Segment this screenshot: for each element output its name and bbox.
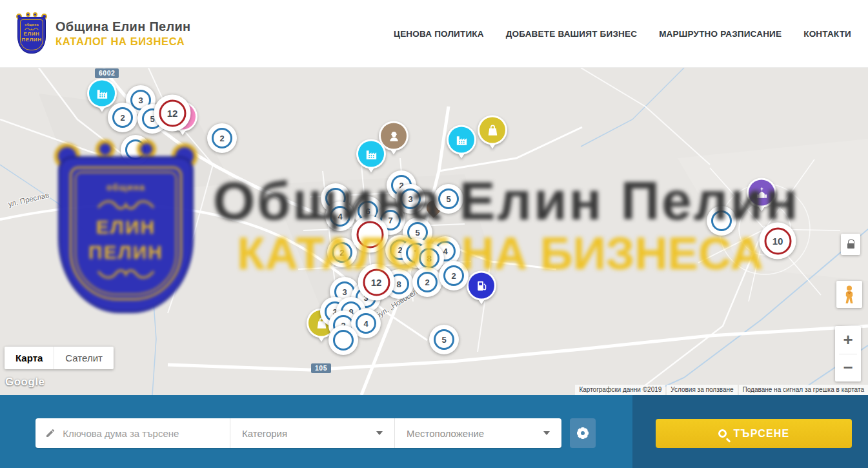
map-pin-fuel-icon[interactable]	[467, 271, 496, 310]
cluster-count: 3	[342, 287, 347, 297]
map-pin-bag-icon[interactable]	[478, 116, 507, 155]
cluster-ring: 5	[434, 329, 454, 350]
cluster-ring: 3	[400, 188, 421, 209]
zoom-in-button[interactable]: +	[835, 326, 861, 354]
lock-icon	[847, 243, 854, 249]
map-cluster-marker[interactable]: 2	[439, 261, 469, 290]
cluster-ring: 12	[159, 99, 186, 127]
cluster-ring: 5	[438, 188, 459, 209]
cluster-ring: 4	[330, 206, 350, 227]
location-dropdown[interactable]: Местоположение	[395, 418, 561, 448]
map-cluster-marker[interactable]	[707, 206, 736, 236]
cluster-ring	[711, 210, 732, 231]
category-dropdown[interactable]: Категория	[230, 418, 395, 448]
search-button-label: ТЪРСЕНЕ	[734, 428, 790, 440]
zoom-control: + −	[835, 326, 861, 382]
road-number-badge: 105	[311, 363, 331, 373]
search-fields: Категория Местоположение	[35, 418, 561, 448]
municipality-crest-icon: община ЕЛИН ПЕЛИН	[17, 14, 46, 54]
cluster-ring: 12	[363, 269, 390, 296]
search-icon	[718, 429, 727, 438]
site-title: Община Елин Пелин	[56, 19, 191, 34]
map-cluster-marker[interactable]	[328, 325, 358, 355]
category-dropdown-value: Категория	[242, 428, 287, 439]
site-logo[interactable]: община ЕЛИН ПЕЛИН Община Елин Пелин КАТА…	[17, 14, 191, 54]
zoom-out-button[interactable]: −	[835, 354, 861, 382]
cluster-ring: 4	[356, 313, 376, 334]
map-attribution: Картографски данни ©2019 Условия за полз…	[574, 385, 868, 395]
header: община ЕЛИН ПЕЛИН Община Елин Пелин КАТА…	[0, 0, 868, 68]
map-cluster-marker[interactable]: 2	[412, 267, 442, 297]
map-cluster-marker[interactable]: 5	[429, 325, 459, 354]
crest-name-line1: ЕЛИН	[24, 32, 40, 37]
attribution-report-link[interactable]: Подаване на сигнал за грешка в картата	[739, 385, 868, 395]
cluster-count: 4	[338, 212, 342, 221]
cluster-count: 5	[446, 194, 450, 204]
map-cluster-marker[interactable]: 2	[108, 103, 137, 132]
cluster-ring: 8	[419, 248, 439, 269]
map-pin-factory-icon[interactable]	[447, 125, 476, 165]
map-type-map-button[interactable]: Карта	[5, 347, 54, 369]
search-bar: Категория Местоположение ТЪРСЕНЕ	[0, 395, 868, 468]
map-cluster-marker[interactable]: 4	[325, 201, 355, 231]
cluster-count: 3	[138, 96, 143, 105]
cluster-count: 8	[396, 280, 401, 289]
google-logo[interactable]: Google	[5, 376, 45, 389]
streetview-lock-button[interactable]	[841, 234, 860, 255]
cluster-ring: 2	[112, 107, 133, 128]
map-pin-factory-icon[interactable]	[356, 139, 386, 179]
cluster-ring	[333, 330, 354, 351]
main-nav: ЦЕНОВА ПОЛИТИКА ДОБАВЕТЕ ВАШИЯТ БИЗНЕС М…	[394, 29, 851, 39]
cluster-count: 7	[388, 216, 392, 225]
map-type-control: Карта Сателит	[5, 347, 114, 369]
map-cluster-marker[interactable]: 10	[760, 223, 796, 259]
map-cluster-marker[interactable]: 12	[154, 95, 191, 132]
map-cluster-marker[interactable]: 2	[207, 123, 237, 153]
crest-caption: община	[25, 23, 39, 26]
cluster-ring: 2	[212, 128, 232, 148]
advanced-settings-button[interactable]	[570, 418, 596, 448]
cluster-count: 2	[339, 248, 344, 258]
keyword-field[interactable]	[35, 418, 230, 448]
cluster-count: 5	[441, 335, 446, 345]
cluster-count: 2	[451, 271, 456, 281]
cluster-ring: 2	[332, 242, 352, 263]
nav-route-timetable[interactable]: МАРШРУТНО РАЗПИСАНИЕ	[659, 29, 782, 39]
map-cluster-marker[interactable]: 2	[327, 238, 357, 267]
pegman-streetview-button[interactable]	[836, 281, 862, 308]
cluster-ring: 2	[417, 272, 438, 292]
attribution-terms-link[interactable]: Условия за ползване	[667, 385, 737, 395]
map-cluster-marker[interactable]: 12	[358, 264, 395, 301]
cluster-count: 2	[425, 278, 429, 287]
cluster-count: 10	[772, 236, 783, 247]
chevron-down-icon	[543, 431, 550, 435]
map-cluster-marker[interactable]	[121, 135, 150, 165]
map-canvas[interactable]: 6002105ул. Преславбул. „Новоселци3251222…	[0, 68, 868, 395]
attribution-copyright: Картографски данни ©2019	[575, 385, 665, 395]
cluster-count: 2	[219, 134, 224, 143]
cluster-count: 12	[167, 108, 178, 119]
nav-pricing-policy[interactable]: ЦЕНОВА ПОЛИТИКА	[394, 29, 484, 39]
road-number-badge: 6002	[95, 68, 119, 78]
cluster-count: 6	[365, 207, 370, 216]
map-pin-church-icon[interactable]	[747, 178, 776, 218]
nav-add-your-business[interactable]: ДОБАВЕТЕ ВАШИЯТ БИЗНЕС	[506, 29, 637, 39]
cluster-ring	[125, 139, 146, 160]
crest-name-line2: ПЕЛИН	[21, 37, 41, 43]
site-subtitle: КАТАЛОГ НА БИЗНЕСА	[56, 36, 191, 48]
cluster-count: 5	[415, 228, 419, 238]
map-cluster-marker[interactable]	[352, 216, 389, 253]
map-cluster-marker[interactable]: 5	[434, 184, 463, 214]
cluster-count: 4	[363, 319, 368, 329]
gear-icon	[576, 426, 590, 440]
map-type-satellite-button[interactable]: Сателит	[54, 347, 114, 369]
cluster-count: 3	[408, 194, 412, 204]
pegman-icon	[842, 285, 857, 304]
cluster-count: 8	[427, 254, 431, 263]
cluster-ring: 2	[443, 265, 464, 286]
pencil-icon	[45, 427, 56, 439]
nav-contacts[interactable]: КОНТАКТИ	[803, 29, 851, 39]
search-submit-button[interactable]: ТЪРСЕНЕ	[656, 419, 852, 448]
cluster-count: 12	[371, 277, 382, 288]
keyword-input[interactable]	[63, 428, 220, 439]
